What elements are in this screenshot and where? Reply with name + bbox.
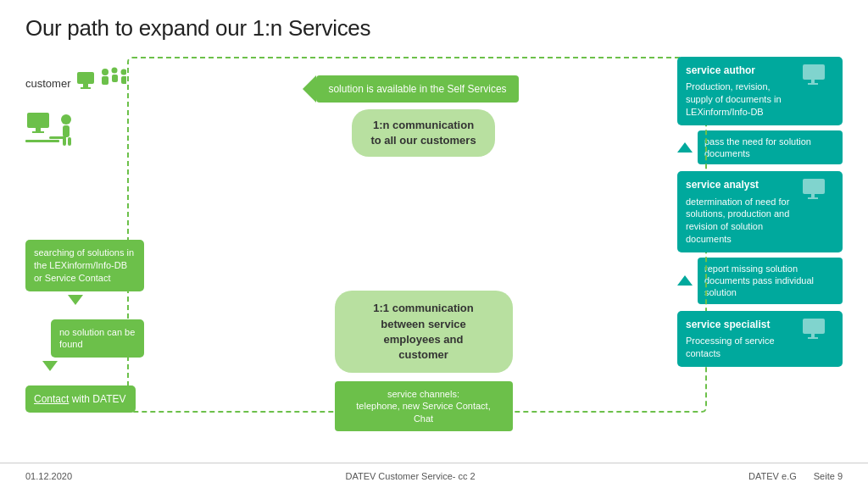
service-analyst-box: service analyst determination of need fo… [677, 171, 843, 252]
service-specialist-row: service specialist Processing of service… [686, 318, 834, 360]
service-specialist-body: Processing of service contacts [686, 335, 797, 360]
pass-need-wrapper: pass the need for solution documents [677, 130, 843, 165]
service-channels-text: service channels: telephone, new Service… [347, 388, 501, 424]
svg-rect-23 [808, 197, 818, 199]
pass-need-box: pass the need for solution documents [698, 130, 843, 165]
svg-rect-9 [27, 113, 49, 128]
specialist-computer-icon [802, 318, 834, 343]
right-column: service author Production, revision, sup… [677, 57, 843, 446]
customer-block: customer [25, 65, 126, 101]
page: Our path to expand our 1:n Services cust… [0, 0, 868, 488]
svg-rect-22 [811, 194, 815, 197]
arrow-down-2 [42, 361, 58, 371]
report-wrapper: report missing solution documents pass i… [677, 258, 843, 304]
footer-datev: DATEV e.G [748, 471, 797, 481]
customer-icon [75, 65, 126, 101]
svg-point-13 [61, 114, 71, 125]
arrow-down-1 [68, 295, 83, 305]
svg-rect-25 [811, 334, 815, 337]
svg-point-5 [112, 68, 118, 74]
report-row: report missing solution documents pass i… [677, 258, 843, 304]
svg-point-3 [102, 69, 108, 75]
svg-rect-12 [25, 140, 59, 142]
left-column: customer [25, 57, 170, 446]
main-content: customer [25, 57, 843, 446]
service-analyst-body: determination of need for solutions, pro… [686, 196, 797, 246]
svg-rect-26 [808, 337, 818, 339]
no-solution-box: no solution can be found [51, 319, 144, 358]
pass-need-row: pass the need for solution documents [677, 130, 843, 165]
footer-page: Seite 9 [814, 471, 843, 481]
comm-11-line2: between service [352, 317, 496, 332]
service-author-title: service author [686, 64, 797, 77]
svg-rect-11 [32, 131, 44, 133]
service-author-row: service author Production, revision, sup… [686, 64, 834, 119]
svg-rect-21 [803, 179, 825, 194]
report-box: report missing solution documents pass i… [698, 258, 843, 304]
svg-rect-16 [63, 137, 66, 146]
comm-1n-line2: to all our customers [370, 133, 476, 148]
service-author-body: Production, revision, supply of document… [686, 80, 797, 119]
self-service-btn[interactable]: solution is available in the Self Servic… [316, 75, 518, 103]
analyst-computer-icon [802, 178, 834, 203]
person-at-desk-icon [25, 111, 76, 155]
svg-rect-19 [811, 80, 815, 83]
page-title: Our path to expand our 1:n Services [25, 15, 843, 42]
svg-rect-18 [803, 64, 825, 80]
service-analyst-content: service analyst determination of need fo… [686, 178, 797, 246]
svg-rect-1 [83, 84, 88, 87]
service-channels-btn: service channels: telephone, new Service… [335, 381, 513, 431]
svg-rect-8 [121, 76, 126, 84]
svg-rect-0 [77, 72, 94, 84]
service-analyst-title: service analyst [686, 178, 797, 191]
service-specialist-content: service specialist Processing of service… [686, 318, 797, 360]
svg-rect-2 [81, 87, 91, 89]
footer-date: 01.12.2020 [25, 471, 72, 481]
searching-box: searching of solutions in the LEXinform/… [25, 240, 144, 291]
service-specialist-title: service specialist [686, 318, 797, 331]
svg-rect-17 [68, 137, 71, 146]
comm-1n-line1: 1:n communication [370, 118, 476, 133]
arrow-left-icon [303, 75, 316, 103]
svg-point-7 [121, 69, 127, 75]
service-author-box: service author Production, revision, sup… [677, 57, 843, 125]
svg-rect-20 [808, 83, 818, 85]
contact-label: Contact [34, 393, 69, 405]
center-column: solution is available in the Self Servic… [170, 57, 677, 446]
arrow-up-teal-2 [677, 275, 693, 286]
comm-11-line4: customer [352, 347, 496, 363]
comm-1n-box: 1:n communication to all our customers [352, 109, 494, 157]
svg-rect-24 [803, 319, 825, 334]
service-author-content: service author Production, revision, sup… [686, 64, 797, 119]
service-specialist-box: service specialist Processing of service… [677, 311, 843, 367]
author-computer-icon [802, 64, 834, 89]
footer-center: DATEV Customer Service- cc 2 [72, 471, 748, 481]
comm-11-line1: 1:1 communication [352, 301, 496, 316]
svg-rect-4 [102, 76, 108, 85]
svg-rect-6 [112, 75, 118, 82]
comm-11-box: 1:1 communication between service employ… [335, 291, 513, 373]
comm-11-line3: employees and [352, 332, 496, 347]
self-service-row: solution is available in the Self Servic… [303, 75, 518, 103]
arrow-up-teal-1 [677, 142, 693, 152]
customer-label: customer [25, 77, 70, 90]
contact-box: Contact with DATEV [25, 385, 136, 413]
service-analyst-row: service analyst determination of need fo… [686, 178, 834, 246]
footer: 01.12.2020 DATEV Customer Service- cc 2 … [0, 463, 868, 488]
svg-rect-10 [36, 128, 41, 131]
svg-rect-14 [63, 125, 70, 137]
